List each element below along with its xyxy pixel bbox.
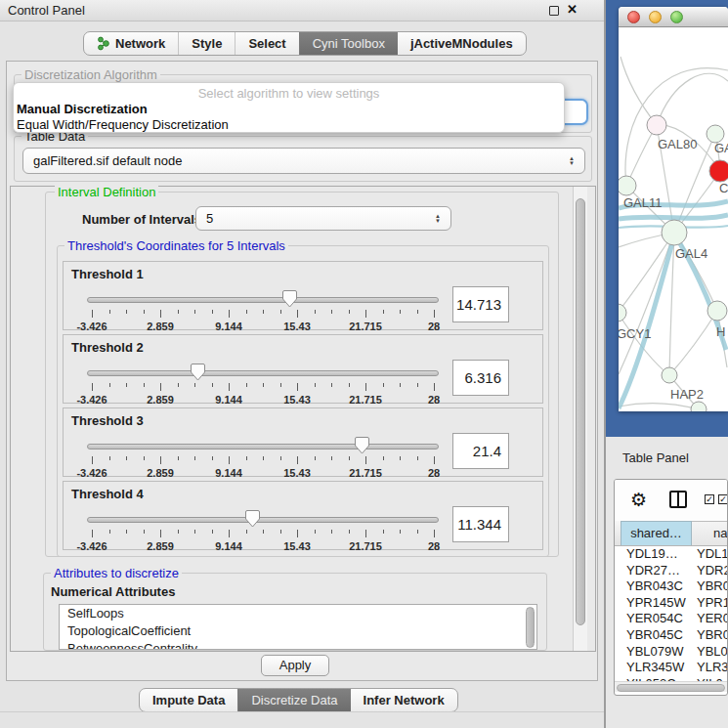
node-label-gal4: GAL4 (675, 246, 707, 261)
network-edge (669, 311, 717, 375)
tab-infer-network[interactable]: Infer Network (351, 689, 457, 711)
threshold-value-field[interactable]: 6.316 (452, 360, 509, 396)
tick-mark (315, 310, 316, 314)
network-node-gcy1[interactable] (619, 304, 626, 321)
table-row[interactable]: YBR045CYBR0 (615, 627, 728, 644)
network-node-gal11[interactable] (619, 176, 636, 195)
threshold-value-field[interactable]: 14.713 (452, 286, 509, 322)
stepper-icon: ▲▼ (565, 156, 578, 166)
settings-scrollbar[interactable] (573, 187, 587, 651)
list-item[interactable]: SelfLoops (60, 605, 536, 622)
threshold-slider[interactable]: -3.4262.8599.14415.4321.71528 (87, 363, 439, 406)
thresholds-group-title: Threshold's Coordinates for 5 Intervals (64, 238, 288, 253)
tick-mark (160, 310, 161, 318)
network-node-gal4[interactable] (662, 220, 687, 245)
tick-mark (126, 456, 127, 460)
slider-thumb[interactable] (245, 509, 260, 528)
attributes-listbox[interactable]: SelfLoopsTopologicalCoefficientBetweenne… (59, 604, 537, 650)
zoom-traffic-light-icon[interactable] (670, 11, 683, 23)
columns-icon[interactable] (669, 491, 687, 508)
threshold-value-field[interactable]: 21.4 (452, 433, 509, 469)
network-node-hap2[interactable] (662, 367, 677, 383)
column-header-shared-[interactable]: shared… (621, 521, 692, 545)
checkbox-icon[interactable]: ✓ (718, 494, 728, 504)
dropdown-option-equal-width-frequency-discretization[interactable]: Equal Width/Frequency Discretization (17, 117, 229, 132)
control-panel-titlebar: Control Panel ✕ (0, 0, 604, 21)
settings-scrollbar-thumb[interactable] (576, 198, 585, 625)
tick-label: 21.715 (336, 394, 395, 406)
list-scrollbar-thumb[interactable] (526, 607, 535, 648)
numerical-attributes-heading: Numerical Attributes (51, 584, 175, 599)
list-item[interactable]: TopologicalCoefficient (60, 622, 536, 640)
tick-mark (315, 383, 316, 387)
float-icon[interactable] (549, 6, 559, 16)
table-row[interactable]: YER054CYER0 (615, 611, 728, 627)
slider-thumb[interactable] (355, 436, 369, 454)
gear-icon[interactable]: ⚙ (630, 489, 647, 511)
tab-cyni-toolbox[interactable]: Cyni Toolbox (299, 32, 398, 55)
threshold-panel-1: Threshold 1-3.4262.8599.14415.4321.71528… (63, 261, 543, 330)
tick-mark (331, 310, 332, 314)
checkbox-icon[interactable]: ✓ (705, 494, 714, 504)
network-node-node[interactable] (707, 301, 727, 321)
tick-mark (297, 310, 298, 318)
close-traffic-light-icon[interactable] (627, 11, 640, 23)
tick-mark (126, 310, 127, 314)
threshold-value-field[interactable]: 11.344 (452, 506, 509, 542)
table-row[interactable]: YBL079WYBL0 (615, 644, 728, 661)
slider-track[interactable] (87, 370, 439, 376)
threshold-slider[interactable]: -3.4262.8599.14415.4321.71528 (87, 289, 439, 332)
tick-mark (194, 530, 195, 534)
minimize-traffic-light-icon[interactable] (649, 11, 662, 23)
table-hscrollbar[interactable] (615, 681, 728, 692)
threshold-slider[interactable]: -3.4262.8599.14415.4321.71528 (87, 509, 439, 552)
tick-mark (434, 456, 435, 464)
table-data-combobox[interactable]: galFiltered.sif default node ▲▼ (22, 148, 585, 174)
threshold-label: Threshold 4 (71, 487, 144, 501)
tab-discretize-data[interactable]: Discretize Data (237, 689, 350, 711)
tick-mark (160, 530, 161, 537)
table-row[interactable]: YPR145WYPR1 (615, 595, 728, 612)
tab-network[interactable]: Network (84, 32, 178, 55)
number-of-intervals-combobox[interactable]: 5 ▲▼ (195, 206, 451, 231)
close-icon[interactable]: ✕ (567, 2, 578, 17)
tick-mark (92, 383, 93, 391)
tab-impute-data[interactable]: Impute Data (140, 689, 237, 711)
tick-label: 21.715 (336, 540, 395, 552)
list-item[interactable]: BetweennessCentrality (60, 640, 536, 650)
number-of-intervals-value: 5 (196, 211, 431, 226)
algorithm-group-title: Discretization Algorithm (21, 67, 160, 82)
tab-select[interactable]: Select (235, 32, 298, 55)
slider-thumb[interactable] (282, 289, 297, 308)
network-node-red-node[interactable] (709, 160, 728, 182)
table-row[interactable]: YDL19…YDL1 (615, 546, 728, 563)
slider-track[interactable] (87, 297, 439, 303)
tick-label: 2.859 (131, 394, 190, 406)
network-edge (657, 73, 728, 125)
cell-name: YBR0 (692, 578, 728, 595)
table-row[interactable]: YDR27…YDR2 (615, 563, 728, 579)
table-hscrollbar-thumb[interactable] (617, 684, 725, 692)
cell-shared-name: YLR345W (615, 660, 692, 676)
node-label-gal11: GAL11 (623, 195, 663, 210)
tab-label: Discretize Data (251, 693, 337, 707)
table-row[interactable]: YLR345WYLR3 (615, 660, 728, 676)
network-node-gal80[interactable] (647, 115, 666, 135)
tick-mark (365, 530, 366, 537)
tab-jactivemnodules[interactable]: jActiveMNodules (398, 32, 526, 55)
column-header-na[interactable]: na (692, 521, 728, 545)
slider-thumb[interactable] (191, 363, 205, 381)
slider-track[interactable] (87, 444, 439, 450)
tick-mark (212, 310, 213, 314)
tick-mark (315, 530, 316, 534)
slider-track[interactable] (87, 517, 439, 523)
table-data-value: galFiltered.sif default node (23, 153, 565, 168)
threshold-slider[interactable]: -3.4262.8599.14415.4321.71528 (87, 436, 439, 479)
network-window-titlebar[interactable] (619, 7, 728, 27)
dropdown-option-manual-discretization[interactable]: Manual Discretization (17, 102, 148, 116)
cell-shared-name: YER054C (615, 611, 692, 627)
tab-style[interactable]: Style (178, 32, 235, 55)
table-row[interactable]: YBR043CYBR0 (615, 578, 728, 595)
apply-button[interactable]: Apply (261, 655, 329, 676)
network-canvas[interactable]: GAL80GACGAL11GAL4GCY1HHAP2 (619, 27, 728, 411)
